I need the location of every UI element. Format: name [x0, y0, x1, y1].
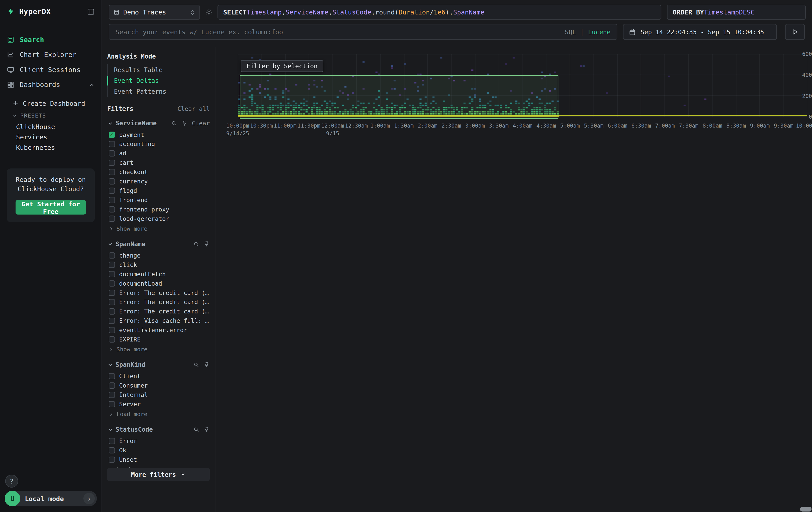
- sidebar-item-chart-explorer[interactable]: Chart Explorer: [0, 47, 102, 62]
- checkbox[interactable]: [109, 215, 115, 222]
- facet-search-icon[interactable]: [193, 241, 199, 247]
- chevron-down-icon[interactable]: [108, 427, 113, 432]
- facet-option[interactable]: Server: [107, 400, 210, 409]
- facet-option[interactable]: load-generator: [107, 214, 210, 223]
- facet-option[interactable]: accounting: [107, 139, 210, 149]
- x-axis-tick-label: 12:30am: [345, 122, 368, 129]
- checkbox[interactable]: [109, 318, 115, 324]
- preset-clickhouse[interactable]: ClickHouse: [0, 121, 102, 132]
- facet-option[interactable]: ad: [107, 149, 210, 158]
- facet-show-more[interactable]: Show more: [107, 224, 210, 233]
- facet-search-icon[interactable]: [193, 427, 199, 433]
- checkbox[interactable]: [109, 262, 115, 268]
- chevron-down-icon[interactable]: [108, 120, 113, 126]
- checkbox[interactable]: [109, 457, 115, 463]
- facet-show-more[interactable]: Load more: [107, 409, 210, 419]
- checkbox[interactable]: [109, 160, 115, 166]
- checkbox[interactable]: [109, 392, 115, 398]
- checkbox[interactable]: [109, 280, 115, 287]
- facet-option[interactable]: EXPIRE: [107, 335, 210, 344]
- filter-by-selection-button[interactable]: Filter by Selection: [241, 60, 323, 72]
- time-range-picker[interactable]: Sep 14 22:04:35 - Sep 15 10:04:35: [623, 24, 777, 40]
- checkbox[interactable]: [109, 206, 115, 213]
- facet-pin-icon[interactable]: [203, 241, 210, 247]
- clear-all-filters-link[interactable]: Clear all: [177, 105, 210, 113]
- facet-option[interactable]: Error: Visa cache full: …: [107, 316, 210, 325]
- checkbox[interactable]: [109, 271, 115, 277]
- chevron-down-icon[interactable]: [108, 242, 113, 247]
- checkbox[interactable]: [109, 141, 115, 147]
- facet-option[interactable]: currency: [107, 177, 210, 186]
- more-filters-button[interactable]: More filters: [107, 468, 210, 481]
- horizontal-scrollbar-thumb[interactable]: [800, 507, 811, 512]
- facet-pin-icon[interactable]: [203, 362, 210, 368]
- facet-option[interactable]: frontend-proxy: [107, 205, 210, 214]
- preset-kubernetes[interactable]: Kubernetes: [0, 142, 102, 153]
- facet-option[interactable]: Internal: [107, 390, 210, 400]
- checkbox[interactable]: [109, 382, 115, 389]
- select-query-input[interactable]: SELECT Timestamp, ServiceName, StatusCod…: [218, 5, 661, 20]
- checkbox[interactable]: [109, 290, 115, 296]
- checkbox[interactable]: [109, 447, 115, 454]
- facet-option[interactable]: Unset: [107, 455, 210, 464]
- facet-option[interactable]: click: [107, 260, 210, 270]
- create-dashboard-button[interactable]: Create Dashboard: [0, 97, 102, 110]
- search-input[interactable]: [115, 28, 560, 36]
- analysis-mode-tab-event-deltas[interactable]: Event Deltas: [108, 75, 210, 86]
- facet-pin-icon[interactable]: [181, 120, 188, 127]
- checkbox[interactable]: [109, 327, 115, 333]
- preset-services[interactable]: Services: [0, 132, 102, 142]
- checkbox[interactable]: [109, 132, 115, 138]
- facet-option[interactable]: change: [107, 251, 210, 260]
- checkbox[interactable]: [109, 308, 115, 315]
- facet-pin-icon[interactable]: [203, 427, 210, 433]
- facet-clear-link[interactable]: Clear: [192, 120, 210, 127]
- facet-option[interactable]: documentLoad: [107, 279, 210, 288]
- sidebar-item-search[interactable]: Search: [0, 32, 102, 47]
- sidebar-collapse-icon[interactable]: [87, 7, 95, 16]
- facet-option[interactable]: cart: [107, 158, 210, 167]
- user-menu[interactable]: U Local mode ›: [5, 491, 97, 507]
- checkbox[interactable]: [109, 150, 115, 157]
- facet-option[interactable]: Consumer: [107, 381, 210, 390]
- checkbox[interactable]: [109, 299, 115, 305]
- facet-show-more[interactable]: Show more: [107, 345, 210, 354]
- help-button[interactable]: ?: [5, 475, 18, 487]
- facet-option[interactable]: Error: [107, 436, 210, 446]
- facet-option[interactable]: Client: [107, 372, 210, 381]
- checkbox[interactable]: [109, 373, 115, 379]
- checkbox[interactable]: [109, 252, 115, 259]
- presets-toggle[interactable]: PRESETS: [0, 110, 102, 121]
- checkbox[interactable]: [109, 336, 115, 343]
- analysis-mode-tab-event-patterns[interactable]: Event Patterns: [108, 86, 210, 97]
- chevron-down-icon[interactable]: [108, 362, 113, 367]
- facet-option[interactable]: documentFetch: [107, 270, 210, 279]
- facet-option[interactable]: Error: The credit card (…: [107, 307, 210, 316]
- facet-option[interactable]: Error: The credit card (…: [107, 288, 210, 297]
- lucene-mode-option[interactable]: Lucene: [588, 28, 611, 36]
- checkbox[interactable]: [109, 438, 115, 444]
- checkbox[interactable]: [109, 401, 115, 407]
- analysis-mode-tab-results-table[interactable]: Results Table: [108, 64, 210, 75]
- facet-search-icon[interactable]: [171, 120, 177, 127]
- checkbox[interactable]: [109, 178, 115, 185]
- checkbox[interactable]: [109, 169, 115, 175]
- facet-option[interactable]: flagd: [107, 186, 210, 195]
- facet-option[interactable]: checkout: [107, 167, 210, 177]
- source-select[interactable]: Demo Traces: [109, 5, 200, 20]
- facet-option[interactable]: Ok: [107, 446, 210, 455]
- facet-option[interactable]: frontend: [107, 195, 210, 205]
- sidebar-item-dashboards[interactable]: Dashboards: [0, 77, 102, 92]
- facet-option[interactable]: eventListener.error: [107, 325, 210, 335]
- facet-option[interactable]: payment: [107, 130, 210, 139]
- sidebar-item-client-sessions[interactable]: Client Sessions: [0, 62, 102, 77]
- order-by-input[interactable]: ORDER BY Timestamp DESC: [667, 5, 806, 20]
- gear-icon[interactable]: [205, 8, 213, 16]
- run-query-button[interactable]: [785, 24, 805, 40]
- checkbox[interactable]: [109, 188, 115, 194]
- checkbox[interactable]: [109, 197, 115, 203]
- facet-option[interactable]: Error: The credit card (…: [107, 297, 210, 307]
- get-started-button[interactable]: Get Started for Free: [16, 200, 86, 215]
- sql-mode-option[interactable]: SQL: [565, 28, 576, 36]
- facet-search-icon[interactable]: [193, 362, 199, 368]
